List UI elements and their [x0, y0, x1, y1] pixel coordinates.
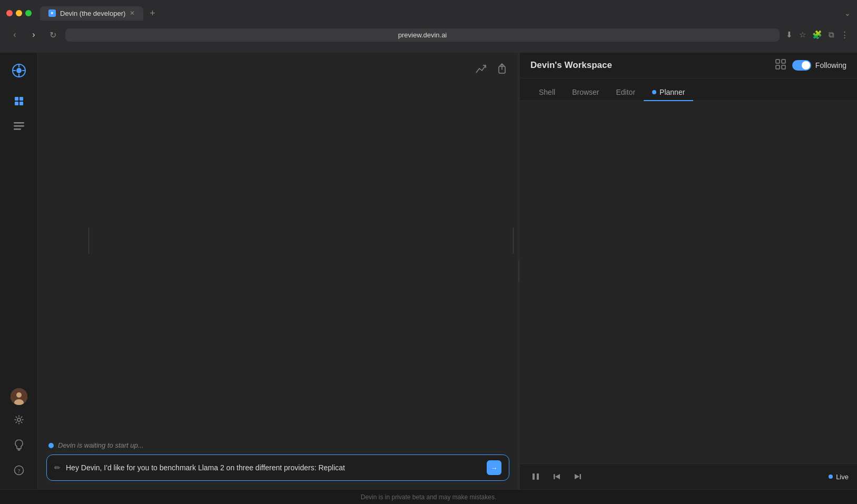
svg-marker-28 — [555, 474, 560, 479]
address-bar: ‹ › ↻ ⬇ ☆ 🧩 ⧉ ⋮ — [0, 22, 857, 47]
svg-rect-25 — [782, 65, 785, 69]
skip-back-button[interactable] — [549, 469, 564, 484]
tab-editor[interactable]: Editor — [608, 84, 644, 101]
chat-bottom: Devin is waiting to start up... ✏ → — [38, 433, 518, 489]
tab-shell[interactable]: Shell — [530, 84, 564, 101]
toggle-switch[interactable] — [792, 60, 811, 71]
workspace-header: Devin's Workspace F — [520, 53, 857, 78]
chat-input[interactable] — [66, 463, 481, 472]
svg-rect-18 — [17, 450, 20, 451]
sidebar-item-help[interactable]: ? — [8, 460, 29, 481]
back-button[interactable]: ‹ — [8, 28, 21, 41]
status-bar: Devin is in private beta and may make mi… — [0, 489, 857, 504]
tab-dropdown-button[interactable]: ⌄ — [844, 9, 851, 17]
svg-text:?: ? — [17, 468, 20, 474]
status-line: Devin is waiting to start up... — [46, 441, 509, 449]
svg-rect-24 — [776, 65, 780, 69]
sidebar-bottom: ? — [8, 388, 29, 481]
chart-button[interactable] — [474, 61, 488, 76]
split-view-icon[interactable]: ⧉ — [829, 30, 834, 39]
sidebar-item-tips[interactable] — [8, 434, 29, 456]
reload-button[interactable]: ↻ — [46, 28, 59, 41]
svg-rect-8 — [15, 102, 18, 105]
tab-shell-label: Shell — [539, 88, 555, 96]
sidebar-item-sessions[interactable] — [8, 91, 29, 112]
svg-rect-26 — [533, 473, 535, 480]
download-icon[interactable]: ⬇ — [786, 30, 793, 39]
svg-rect-6 — [15, 97, 18, 101]
minimize-button[interactable] — [16, 10, 22, 16]
new-tab-button[interactable]: + — [145, 8, 160, 19]
pencil-icon: ✏ — [54, 463, 61, 472]
active-tab[interactable]: ✦ Devin (the developer) ✕ — [40, 6, 143, 21]
svg-rect-17 — [17, 449, 21, 450]
svg-point-1 — [16, 68, 22, 73]
content-area: Devin is waiting to start up... ✏ → Devi… — [38, 53, 857, 489]
tab-editor-label: Editor — [616, 88, 636, 96]
tab-close-button[interactable]: ✕ — [130, 9, 135, 17]
resize-divider-right — [513, 228, 514, 254]
sidebar-item-list[interactable] — [8, 116, 29, 137]
svg-rect-9 — [19, 102, 23, 105]
grid-view-button[interactable] — [775, 59, 786, 72]
following-label: Following — [815, 61, 846, 70]
svg-rect-7 — [19, 97, 23, 101]
svg-point-14 — [16, 392, 22, 398]
svg-rect-23 — [782, 60, 785, 63]
browser-toolbar: ⬇ ☆ 🧩 ⧉ ⋮ — [786, 30, 849, 39]
avatar[interactable] — [11, 388, 27, 405]
svg-rect-22 — [776, 60, 780, 63]
live-label: Live — [836, 473, 849, 481]
app-body: ? — [0, 53, 857, 489]
extensions-icon[interactable]: 🧩 — [812, 30, 822, 39]
status-bar-text: Devin is in private beta and may make mi… — [361, 493, 496, 501]
svg-rect-27 — [537, 473, 539, 480]
logo[interactable] — [9, 61, 28, 80]
tab-favicon: ✦ — [48, 9, 56, 17]
workspace-title: Devin's Workspace — [530, 60, 769, 71]
tab-bar: ✦ Devin (the developer) ✕ + ⌄ — [0, 0, 857, 22]
svg-marker-30 — [575, 474, 579, 479]
address-input[interactable] — [65, 28, 780, 42]
pause-button[interactable] — [528, 469, 543, 484]
chat-messages — [38, 53, 518, 433]
maximize-button[interactable] — [25, 10, 32, 16]
workspace-tabs: Shell Browser Editor Planner — [520, 78, 857, 101]
send-button[interactable]: → — [487, 460, 501, 475]
bookmark-icon[interactable]: ☆ — [799, 30, 806, 39]
workspace-panel: Devin's Workspace F — [520, 53, 857, 489]
tab-planner-label: Planner — [659, 88, 685, 96]
skip-forward-button[interactable] — [570, 469, 585, 484]
svg-rect-29 — [554, 474, 555, 479]
tab-browser[interactable]: Browser — [564, 84, 607, 101]
tab-planner[interactable]: Planner — [644, 84, 693, 101]
status-text: Devin is waiting to start up... — [58, 441, 144, 449]
workspace-footer: Live — [520, 463, 857, 489]
traffic-lights — [6, 10, 32, 16]
following-toggle[interactable]: Following — [792, 60, 846, 71]
workspace-header-actions: Following — [775, 59, 846, 72]
resize-divider-left — [88, 228, 89, 254]
chat-input-container[interactable]: ✏ → — [46, 454, 509, 481]
forward-button[interactable]: › — [27, 28, 40, 41]
share-button[interactable] — [495, 61, 509, 76]
svg-point-16 — [17, 418, 21, 421]
chat-panel: Devin is waiting to start up... ✏ → — [38, 53, 518, 489]
svg-rect-12 — [14, 129, 21, 130]
chat-toolbar — [474, 61, 509, 76]
svg-rect-31 — [580, 474, 582, 479]
svg-rect-10 — [14, 122, 24, 124]
workspace-content — [520, 101, 857, 463]
close-button[interactable] — [6, 10, 13, 16]
tab-browser-label: Browser — [572, 88, 599, 96]
tab-planner-dot — [652, 90, 656, 94]
live-dot — [829, 475, 833, 479]
tab-title: Devin (the developer) — [60, 9, 125, 17]
browser-chrome: ✦ Devin (the developer) ✕ + ⌄ ‹ › ↻ ⬇ ☆ … — [0, 0, 857, 53]
sidebar: ? — [0, 53, 38, 489]
svg-rect-11 — [14, 125, 24, 127]
menu-icon[interactable]: ⋮ — [841, 30, 849, 39]
live-indicator: Live — [829, 473, 849, 481]
sidebar-item-settings[interactable] — [8, 409, 29, 430]
status-dot — [48, 443, 54, 448]
